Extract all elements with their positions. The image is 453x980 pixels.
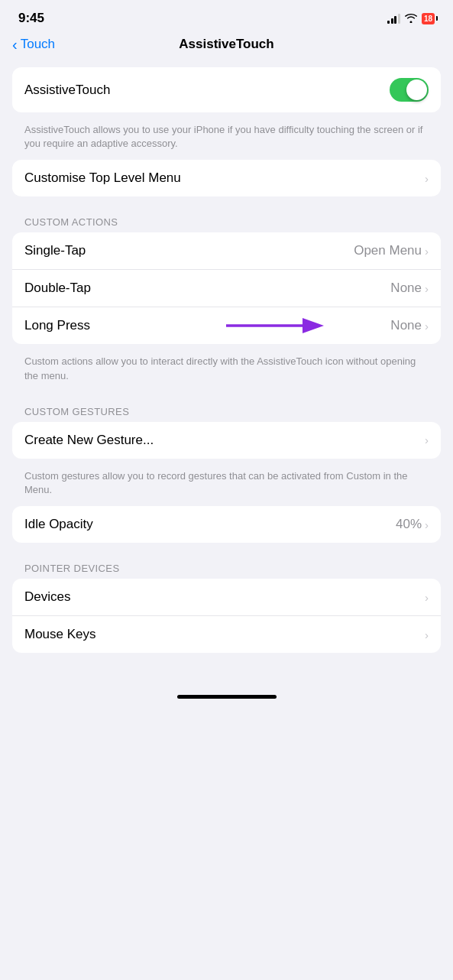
page-title: AssistiveTouch xyxy=(179,37,273,52)
mouse-keys-chevron: › xyxy=(425,628,429,641)
status-bar: 9:45 18 xyxy=(0,0,453,31)
pointer-devices-card: Devices › Mouse Keys › xyxy=(12,579,441,653)
single-tap-row[interactable]: Single-Tap Open Menu › xyxy=(12,232,441,270)
idle-opacity-row[interactable]: Idle Opacity 40% › xyxy=(12,506,441,543)
double-tap-label: Double-Tap xyxy=(24,281,91,296)
back-button[interactable]: ‹ Touch xyxy=(12,36,55,54)
assistivetouch-row: AssistiveTouch xyxy=(12,67,441,112)
home-indicator-container xyxy=(0,659,453,705)
custom-gestures-header: CUSTOM GESTURES xyxy=(12,392,441,422)
idle-opacity-card: Idle Opacity 40% › xyxy=(12,506,441,543)
top-level-menu-card: Customise Top Level Menu › xyxy=(12,160,441,196)
back-label: Touch xyxy=(21,37,55,52)
devices-chevron: › xyxy=(425,591,429,604)
nav-header: ‹ Touch AssistiveTouch xyxy=(0,31,453,61)
custom-gestures-card: Create New Gesture... › xyxy=(12,422,441,459)
battery-icon: 18 xyxy=(422,13,435,24)
create-gesture-row[interactable]: Create New Gesture... › xyxy=(12,422,441,459)
custom-actions-caption: Custom actions allow you to interact dir… xyxy=(12,350,441,391)
single-tap-label: Single-Tap xyxy=(24,243,86,258)
assistivetouch-caption: AssistiveTouch allows you to use your iP… xyxy=(12,118,441,160)
signal-icon xyxy=(387,14,400,24)
mouse-keys-row[interactable]: Mouse Keys › xyxy=(12,616,441,653)
devices-row[interactable]: Devices › xyxy=(12,579,441,616)
custom-actions-card: Single-Tap Open Menu › Double-Tap None ›… xyxy=(12,232,441,344)
home-indicator xyxy=(177,695,277,699)
double-tap-value: None › xyxy=(390,281,429,296)
idle-opacity-label: Idle Opacity xyxy=(24,517,93,532)
purple-arrow-annotation xyxy=(226,313,325,339)
single-tap-chevron: › xyxy=(425,245,429,258)
top-level-menu-label: Customise Top Level Menu xyxy=(24,170,181,186)
pointer-devices-header: POINTER DEVICES xyxy=(12,549,441,579)
assistivetouch-toggle-card: AssistiveTouch xyxy=(12,67,441,112)
assistivetouch-label: AssistiveTouch xyxy=(24,83,110,98)
top-level-menu-row[interactable]: Customise Top Level Menu › xyxy=(12,160,441,196)
svg-marker-1 xyxy=(303,318,324,333)
idle-opacity-value: 40% › xyxy=(396,517,429,532)
double-tap-chevron: › xyxy=(425,282,429,295)
chevron-right-icon: › xyxy=(425,172,429,185)
status-icons: 18 xyxy=(387,13,435,24)
long-press-chevron: › xyxy=(425,320,429,333)
long-press-value: None › xyxy=(390,318,429,333)
wifi-icon xyxy=(405,14,417,23)
status-time: 9:45 xyxy=(18,11,44,26)
idle-opacity-chevron: › xyxy=(425,518,429,531)
create-gesture-chevron: › xyxy=(425,433,429,446)
long-press-row[interactable]: Long Press None › xyxy=(12,307,441,344)
toggle-knob xyxy=(406,80,427,100)
long-press-label: Long Press xyxy=(24,318,90,333)
back-chevron-icon: ‹ xyxy=(12,36,18,54)
create-gesture-label: Create New Gesture... xyxy=(24,433,154,448)
custom-actions-header: CUSTOM ACTIONS xyxy=(12,203,441,232)
mouse-keys-label: Mouse Keys xyxy=(24,627,96,642)
assistivetouch-toggle[interactable] xyxy=(390,78,429,102)
custom-gestures-caption: Custom gestures allow you to record gest… xyxy=(12,465,441,506)
single-tap-value: Open Menu › xyxy=(354,243,429,258)
content-area: AssistiveTouch AssistiveTouch allows you… xyxy=(0,61,453,653)
double-tap-row[interactable]: Double-Tap None › xyxy=(12,270,441,307)
devices-label: Devices xyxy=(24,589,70,605)
